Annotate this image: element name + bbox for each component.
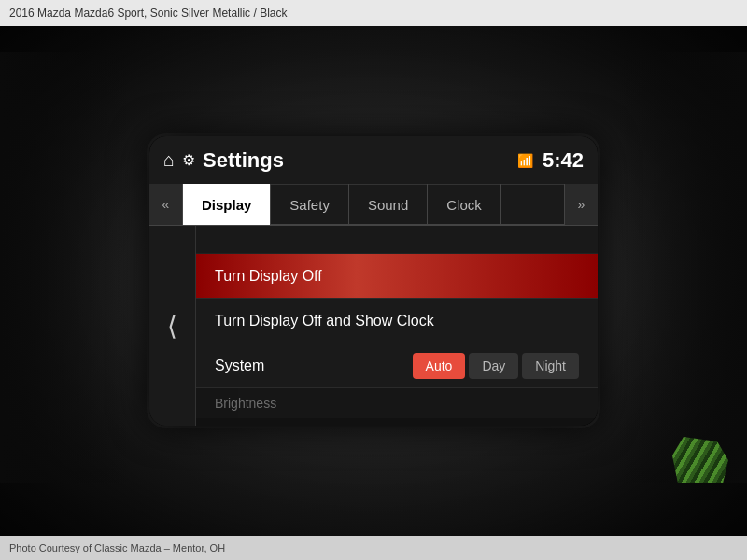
screen-body: ⟨ Turn Display Off Turn Display Off and …	[149, 226, 598, 426]
tab-prev-button[interactable]: «	[149, 184, 183, 225]
left-shadow	[0, 52, 131, 483]
caption-bar: Photo Courtesy of Classic Mazda – Mentor…	[0, 536, 747, 560]
brightness-row: Brightness	[196, 388, 598, 418]
screen-header: ⌂ ⚙ Settings 📶 5:42	[149, 136, 598, 185]
right-shadow	[616, 52, 747, 483]
brightness-label: Brightness	[215, 396, 276, 411]
home-icon[interactable]: ⌂	[163, 149, 175, 171]
settings-title: Settings	[203, 148, 517, 173]
tab-display[interactable]: Display	[183, 184, 271, 225]
tab-next-button[interactable]: »	[564, 184, 598, 225]
bluetooth-icon: 📶	[517, 153, 533, 168]
top-bar: 2016 Mazda Mazda6 Sport, Sonic Silver Me…	[0, 0, 747, 26]
system-row: System Auto Day Night	[196, 343, 598, 388]
system-buttons: Auto Day Night	[413, 353, 579, 379]
menu-blank-area	[196, 226, 598, 254]
car-title: 2016 Mazda Mazda6 Sport, Sonic Silver Me…	[9, 7, 287, 20]
day-button[interactable]: Day	[469, 353, 518, 379]
gear-icon: ⚙	[182, 151, 195, 169]
menu-list: Turn Display Off Turn Display Off and Sh…	[196, 226, 598, 426]
menu-item-turn-off-clock[interactable]: Turn Display Off and Show Clock	[196, 299, 598, 343]
tab-safety[interactable]: Safety	[271, 184, 349, 225]
menu-item-turn-off[interactable]: Turn Display Off	[196, 254, 598, 299]
screen-content: ⌂ ⚙ Settings 📶 5:42 « Display Safety	[149, 136, 598, 426]
clock-display: 5:42	[543, 148, 584, 173]
plant-stripes	[672, 437, 728, 483]
system-label: System	[215, 357, 413, 374]
car-interior: ⌂ ⚙ Settings 📶 5:42 « Display Safety	[0, 26, 747, 536]
tab-bar: « Display Safety Sound Clock »	[149, 185, 598, 226]
caption-text: Photo Courtesy of Classic Mazda – Mentor…	[9, 542, 225, 553]
tab-clock[interactable]: Clock	[428, 184, 501, 225]
car-screen: ⌂ ⚙ Settings 📶 5:42 « Display Safety	[149, 136, 598, 426]
night-button[interactable]: Night	[522, 353, 579, 379]
photo-frame: 2016 Mazda Mazda6 Sport, Sonic Silver Me…	[0, 0, 747, 560]
back-arrow-button[interactable]: ⟨	[149, 226, 196, 426]
tab-sound[interactable]: Sound	[349, 184, 428, 225]
auto-button[interactable]: Auto	[413, 353, 466, 379]
plant-decoration	[672, 437, 728, 483]
